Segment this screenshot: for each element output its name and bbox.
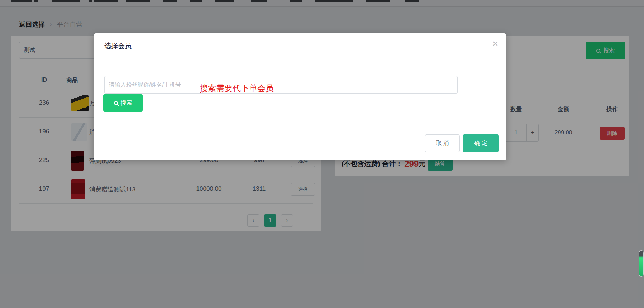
member-search-label: 搜索 — [121, 99, 132, 107]
modal-title: 选择会员 — [104, 41, 132, 51]
close-icon[interactable]: × — [489, 38, 501, 50]
search-icon — [114, 101, 118, 105]
page: 返回选择 › 平台自营 ID 商品 236 万道测 选择 196 消费赠 选 — [0, 0, 644, 308]
select-member-modal: 选择会员 × 搜索需要代下单会员 搜索 取 消 确 定 — [94, 33, 506, 160]
cancel-button[interactable]: 取 消 — [425, 134, 460, 152]
scrollbar-thumb[interactable] — [639, 250, 644, 277]
confirm-button[interactable]: 确 定 — [463, 134, 499, 152]
member-search-input[interactable] — [104, 76, 458, 94]
member-search-button[interactable]: 搜索 — [103, 94, 143, 112]
